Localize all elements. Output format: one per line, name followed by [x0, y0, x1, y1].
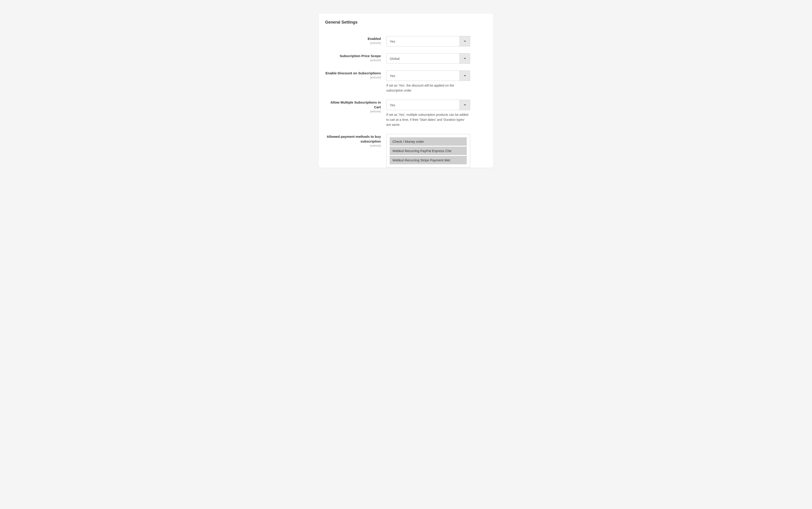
- caret-down-icon: [464, 58, 466, 59]
- field-value-col: Yes: [386, 36, 487, 46]
- caret-down-icon: [464, 41, 466, 42]
- field-value-col: Yes If set as 'Yes', the discount will b…: [386, 70, 487, 93]
- enabled-select-handle: [459, 36, 470, 46]
- field-value-col: Global: [386, 53, 487, 64]
- payment-methods-scope: [website]: [325, 144, 381, 147]
- multiple-subs-value: Yes: [387, 100, 459, 110]
- payment-methods-multiselect[interactable]: Check / Money order Webkul Recurring Pay…: [386, 134, 470, 168]
- section-title: General Settings: [325, 20, 487, 25]
- field-value-col: Check / Money order Webkul Recurring Pay…: [386, 134, 487, 168]
- general-settings-panel: General Settings Enabled [website] Yes S…: [319, 13, 493, 168]
- price-scope-scope: [website]: [325, 59, 381, 62]
- price-scope-value: Global: [387, 54, 459, 63]
- enable-discount-scope: [website]: [325, 76, 381, 79]
- enable-discount-select-handle: [459, 71, 470, 81]
- payment-method-option[interactable]: Webkul Recurring PayPal Express Che: [390, 147, 467, 155]
- enabled-scope: [website]: [325, 41, 381, 45]
- payment-method-option[interactable]: Webkul Recurring Stripe Payment Met: [390, 156, 467, 164]
- enable-discount-value: Yes: [387, 71, 459, 81]
- enabled-select[interactable]: Yes: [386, 36, 470, 46]
- enable-discount-label: Enable Discount on Subscriptions: [325, 71, 381, 75]
- caret-down-icon: [464, 104, 466, 106]
- multiple-subs-select-handle: [459, 100, 470, 110]
- field-label-col: Allow Multiple Subscriptions in Cart [we…: [325, 100, 386, 113]
- field-value-col: Yes If set as 'Yes', multiple subscripti…: [386, 100, 487, 127]
- multiple-subs-scope: [website]: [325, 110, 381, 113]
- field-payment-methods: Allowed payment methods to buy subscript…: [325, 134, 487, 168]
- payment-methods-label: Allowed payment methods to buy subscript…: [325, 134, 381, 144]
- price-scope-select-handle: [459, 54, 470, 63]
- field-enabled: Enabled [website] Yes: [325, 36, 487, 46]
- field-label-col: Subscription Price Scope [website]: [325, 53, 386, 62]
- enabled-value: Yes: [387, 36, 459, 46]
- field-multiple-subs: Allow Multiple Subscriptions in Cart [we…: [325, 100, 487, 127]
- field-enable-discount: Enable Discount on Subscriptions [websit…: [325, 70, 487, 93]
- payment-method-option[interactable]: Check / Money order: [390, 137, 467, 146]
- multiple-subs-help: If set as 'Yes', multiple subscription p…: [386, 112, 470, 127]
- multiple-subs-select[interactable]: Yes: [386, 100, 470, 110]
- field-price-scope: Subscription Price Scope [website] Globa…: [325, 53, 487, 64]
- field-label-col: Enabled [website]: [325, 36, 386, 45]
- price-scope-select[interactable]: Global: [386, 53, 470, 64]
- enable-discount-help: If set as 'Yes', the discount will be ap…: [386, 83, 470, 93]
- enabled-label: Enabled: [325, 36, 381, 41]
- price-scope-label: Subscription Price Scope: [325, 54, 381, 58]
- field-label-col: Enable Discount on Subscriptions [websit…: [325, 70, 386, 79]
- enable-discount-select[interactable]: Yes: [386, 70, 470, 81]
- field-label-col: Allowed payment methods to buy subscript…: [325, 134, 386, 147]
- caret-down-icon: [464, 75, 466, 76]
- multiple-subs-label: Allow Multiple Subscriptions in Cart: [325, 100, 381, 109]
